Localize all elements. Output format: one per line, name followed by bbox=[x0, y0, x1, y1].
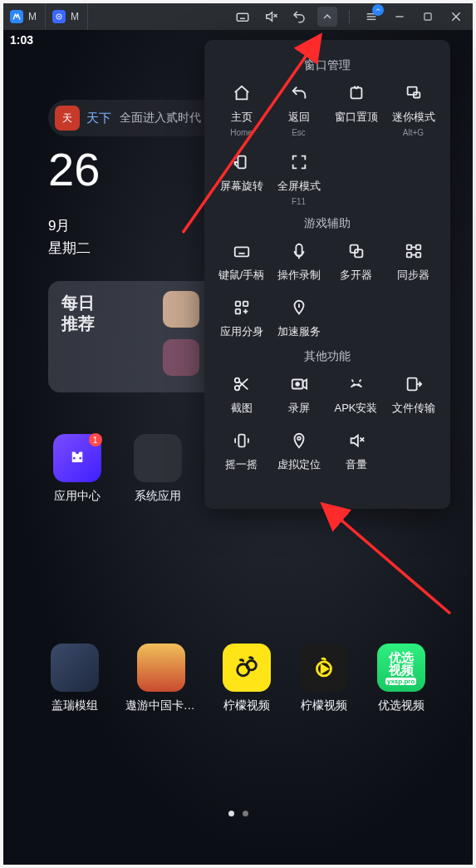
app-youxuan-video[interactable]: 优选 视频 yxsp.pro 优选视频 bbox=[374, 644, 428, 713]
svg-rect-23 bbox=[407, 87, 416, 95]
transfer-icon bbox=[402, 372, 425, 396]
svg-rect-13 bbox=[424, 13, 431, 20]
app-label: 系统应用 bbox=[135, 489, 181, 504]
popup-item-volume[interactable]: 音量 bbox=[327, 429, 385, 472]
undo-icon[interactable] bbox=[289, 7, 309, 27]
svg-rect-36 bbox=[415, 245, 420, 250]
maximize-button[interactable] bbox=[418, 7, 438, 27]
app-label: 柠檬视频 bbox=[301, 698, 347, 713]
close-button[interactable] bbox=[446, 7, 466, 27]
popup-item-label: 多开器 bbox=[340, 268, 372, 283]
popup-item-mini[interactable]: 迷你模式Alt+G bbox=[385, 81, 442, 137]
popup-item-label: 全屏模式 bbox=[277, 179, 321, 194]
keyboard-icon[interactable] bbox=[233, 7, 253, 27]
popup-item-back[interactable]: 返回Esc bbox=[270, 81, 327, 137]
date-weekday: 星期二 bbox=[48, 237, 100, 259]
update-badge bbox=[372, 4, 384, 16]
app-center-icon: 1 bbox=[53, 434, 101, 482]
popup-item-keyboard[interactable]: 键鼠/手柄 bbox=[213, 239, 270, 283]
svg-marker-52 bbox=[302, 380, 307, 389]
notification-badge: 1 bbox=[89, 433, 102, 446]
popup-section-other: 截图录屏APK安装文件传输摇一摇虚拟定位音量 bbox=[209, 372, 445, 472]
popup-item-sublabel: Esc bbox=[292, 128, 306, 137]
popup-item-shake[interactable]: 摇一摇 bbox=[213, 429, 270, 472]
popup-item-sync[interactable]: 同步器 bbox=[385, 239, 442, 283]
tab-1[interactable]: M bbox=[3, 3, 46, 30]
apps-row: 盖瑞模组 遨游中国卡车... 柠檬视频 柠檬视频 优选 视频 yxsp.pro … bbox=[48, 644, 428, 713]
tab-1-label: M bbox=[28, 11, 37, 22]
svg-line-55 bbox=[359, 380, 361, 382]
mumu-icon bbox=[10, 10, 23, 23]
tab-2[interactable]: M bbox=[46, 3, 88, 30]
popup-item-home[interactable]: 主页Home bbox=[213, 81, 270, 137]
sync-icon bbox=[402, 239, 425, 263]
app-truck[interactable]: 遨游中国卡车... bbox=[125, 644, 197, 713]
popup-item-record[interactable]: 操作录制 bbox=[270, 239, 327, 283]
hamburger-icon[interactable] bbox=[361, 7, 381, 27]
app-lemon-video-1[interactable]: 柠檬视频 bbox=[220, 644, 274, 713]
popup-item-label: 键鼠/手柄 bbox=[218, 268, 265, 283]
popup-section-title: 其他功能 bbox=[209, 349, 445, 364]
popup-item-location[interactable]: 虚拟定位 bbox=[270, 429, 327, 472]
titlebar-divider bbox=[349, 10, 350, 23]
featured-app-desc: 全面进入贰时代 bbox=[120, 111, 201, 126]
popup-item-screenrec[interactable]: 录屏 bbox=[270, 372, 327, 416]
popup-item-clone[interactable]: 应用分身 bbox=[213, 296, 270, 339]
svg-rect-59 bbox=[238, 435, 244, 447]
popup-item-sublabel: Alt+G bbox=[403, 128, 424, 137]
menu-chevron-icon[interactable] bbox=[317, 7, 337, 27]
speed-icon bbox=[287, 296, 311, 319]
popup-item-fullscreen[interactable]: 全屏模式F11 bbox=[270, 150, 327, 206]
shake-icon bbox=[230, 429, 253, 452]
svg-point-57 bbox=[358, 384, 359, 385]
titlebar-controls bbox=[233, 7, 473, 27]
popup-item-label: 主页 bbox=[231, 110, 253, 125]
app-icon bbox=[51, 644, 99, 692]
svg-point-17 bbox=[79, 457, 81, 460]
popup-item-speed[interactable]: 加速服务 bbox=[270, 296, 327, 339]
svg-point-16 bbox=[72, 457, 75, 460]
mute-icon[interactable] bbox=[261, 7, 281, 27]
date-day: 26 bbox=[48, 146, 100, 193]
popup-item-label: 屏幕旋转 bbox=[220, 179, 263, 194]
app-lemon-video-2[interactable]: 柠檬视频 bbox=[297, 644, 351, 713]
app-center[interactable]: 1 应用中心 bbox=[48, 434, 106, 504]
popup-item-label: 窗口置顶 bbox=[335, 110, 378, 125]
page-dot[interactable] bbox=[228, 811, 234, 816]
daily-app-icon bbox=[163, 291, 199, 328]
popup-item-rotate[interactable]: 屏幕旋转 bbox=[213, 150, 270, 206]
app-label: 应用中心 bbox=[54, 489, 101, 504]
lemon-icon bbox=[223, 644, 271, 692]
app-label: 盖瑞模组 bbox=[52, 698, 98, 713]
app-gary-mod[interactable]: 盖瑞模组 bbox=[48, 644, 102, 713]
popup-item-multi[interactable]: 多开器 bbox=[327, 239, 385, 283]
popup-item-label: 虚拟定位 bbox=[277, 457, 321, 472]
popup-item-label: 迷你模式 bbox=[392, 110, 435, 125]
apk-icon bbox=[345, 372, 368, 396]
screenrec-icon bbox=[287, 372, 311, 396]
svg-rect-37 bbox=[406, 253, 411, 258]
popup-item-label: 加速服务 bbox=[277, 324, 321, 339]
location-icon bbox=[287, 429, 311, 452]
popup-item-transfer[interactable]: 文件传输 bbox=[385, 372, 442, 416]
minimize-button[interactable] bbox=[390, 7, 410, 27]
popup-item-label: 返回 bbox=[288, 110, 310, 125]
page-dot[interactable] bbox=[243, 811, 248, 816]
tools-popup: 窗口管理 主页Home返回Esc窗口置顶迷你模式Alt+G屏幕旋转全屏模式F11… bbox=[204, 40, 450, 509]
popup-item-sublabel: F11 bbox=[292, 197, 306, 206]
popup-section-title: 游戏辅助 bbox=[209, 216, 445, 231]
app-label: 柠檬视频 bbox=[223, 698, 270, 713]
svg-point-56 bbox=[353, 384, 354, 385]
back-icon bbox=[287, 81, 311, 105]
app-icon bbox=[52, 10, 66, 23]
popup-item-pin[interactable]: 窗口置顶 bbox=[327, 81, 385, 137]
popup-item-apk[interactable]: APK安装 bbox=[327, 372, 385, 416]
popup-item-scissors[interactable]: 截图 bbox=[213, 372, 270, 416]
record-icon bbox=[287, 239, 311, 263]
system-apps[interactable]: 系统应用 bbox=[129, 434, 186, 504]
popup-item-label: 摇一摇 bbox=[225, 457, 258, 472]
svg-rect-58 bbox=[407, 378, 416, 391]
svg-rect-38 bbox=[415, 253, 420, 258]
featured-app-icon: 天 bbox=[55, 106, 80, 131]
titlebar: M M bbox=[3, 3, 473, 30]
